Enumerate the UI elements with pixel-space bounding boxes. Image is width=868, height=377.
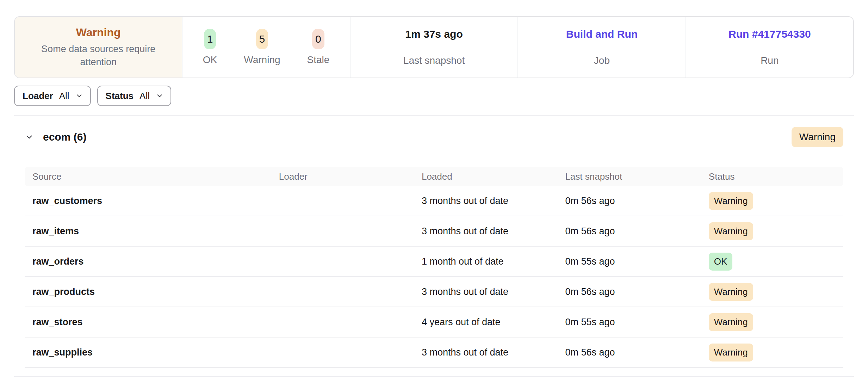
status-counts-card: 1 OK 5 Warning 0 Stale (182, 17, 349, 78)
chevron-down-icon (75, 92, 83, 100)
filter-bar: Loader All Status All (14, 86, 854, 106)
chevron-down-icon (156, 92, 163, 100)
sources-table: Source Loader Loaded Last snapshot Statu… (25, 167, 843, 368)
table-row[interactable]: raw_orders 1 month out of date 0m 55s ag… (25, 247, 843, 277)
source-name: raw_items (32, 226, 279, 237)
loader-filter-dropdown[interactable]: Loader All (14, 86, 91, 106)
loaded-value: 3 months out of date (422, 226, 565, 237)
run-card: Run #417754330 Run (686, 17, 853, 78)
status-badge: Warning (709, 283, 753, 301)
stat-stale: 0 Stale (307, 29, 330, 66)
loaded-value: 4 years out of date (422, 317, 565, 328)
column-header-last-snapshot: Last snapshot (565, 171, 708, 182)
source-name: raw_orders (32, 256, 279, 267)
status-badge: Warning (709, 313, 753, 331)
column-header-loaded: Loaded (422, 171, 565, 182)
source-name: raw_stores (32, 317, 279, 328)
last-snapshot-value: 0m 56s ago (565, 226, 708, 237)
source-name: raw_products (32, 286, 279, 297)
last-snapshot-value: 0m 55s ago (565, 256, 708, 267)
overall-status-title: Warning (76, 26, 121, 39)
chevron-down-icon[interactable] (25, 132, 34, 142)
job-label: Job (594, 55, 610, 66)
table-header-row: Source Loader Loaded Last snapshot Statu… (25, 167, 843, 186)
status-filter-name: Status (106, 91, 134, 101)
last-snapshot-value: 1m 37s ago (405, 28, 463, 40)
divider (14, 115, 854, 116)
table-row[interactable]: raw_stores 4 years out of date 0m 55s ag… (25, 307, 843, 338)
job-card: Build and Run Job (517, 17, 685, 78)
last-snapshot-value: 0m 56s ago (565, 347, 708, 358)
summary-bar: Warning Some data sources require attent… (14, 16, 854, 78)
table-row[interactable]: raw_supplies 3 months out of date 0m 56s… (25, 338, 843, 368)
column-header-source: Source (32, 171, 279, 182)
status-filter-dropdown[interactable]: Status All (97, 86, 171, 106)
last-snapshot-value: 0m 55s ago (565, 317, 708, 328)
stat-stale-count: 0 (312, 29, 324, 49)
column-header-loader: Loader (279, 171, 422, 182)
loaded-value: 3 months out of date (422, 196, 565, 206)
loaded-value: 3 months out of date (422, 286, 565, 297)
status-badge: Warning (709, 222, 753, 240)
group-status-badge: Warning (792, 127, 843, 147)
stat-warning-count: 5 (256, 29, 268, 49)
table-row[interactable]: raw_customers 3 months out of date 0m 56… (25, 186, 843, 216)
last-snapshot-label: Last snapshot (403, 55, 465, 66)
status-filter-value: All (140, 91, 150, 101)
run-label: Run (761, 55, 779, 66)
stat-ok-label: OK (203, 54, 217, 66)
overall-status-subtitle: Some data sources require attention (33, 43, 163, 68)
table-row[interactable]: raw_items 3 months out of date 0m 56s ag… (25, 216, 843, 247)
loaded-value: 1 month out of date (422, 256, 565, 267)
stat-ok-count: 1 (204, 29, 216, 49)
status-badge: OK (709, 253, 733, 271)
loader-filter-value: All (59, 91, 69, 101)
loader-filter-name: Loader (23, 91, 53, 101)
source-name: raw_customers (32, 196, 279, 206)
last-snapshot-card: 1m 37s ago Last snapshot (350, 17, 517, 78)
status-badge: Warning (709, 344, 753, 361)
group-header-ecom: ecom (6) Warning (25, 127, 843, 147)
stat-stale-label: Stale (307, 54, 330, 66)
last-snapshot-value: 0m 56s ago (565, 196, 708, 206)
job-link[interactable]: Build and Run (566, 28, 638, 40)
group-name: ecom (6) (43, 131, 86, 143)
source-name: raw_supplies (32, 347, 279, 358)
stat-ok: 1 OK (203, 29, 217, 66)
loaded-value: 3 months out of date (422, 347, 565, 358)
last-snapshot-value: 0m 56s ago (565, 286, 708, 297)
stat-warning: 5 Warning (244, 29, 280, 66)
status-badge: Warning (709, 192, 753, 210)
group-expand-toggle[interactable]: ecom (6) (25, 131, 86, 143)
stat-warning-label: Warning (244, 54, 280, 66)
column-header-status: Status (709, 171, 843, 182)
overall-status-card: Warning Some data sources require attent… (15, 17, 182, 78)
table-body: raw_customers 3 months out of date 0m 56… (25, 186, 843, 368)
run-link[interactable]: Run #417754330 (728, 28, 811, 40)
table-row[interactable]: raw_products 3 months out of date 0m 56s… (25, 277, 843, 307)
